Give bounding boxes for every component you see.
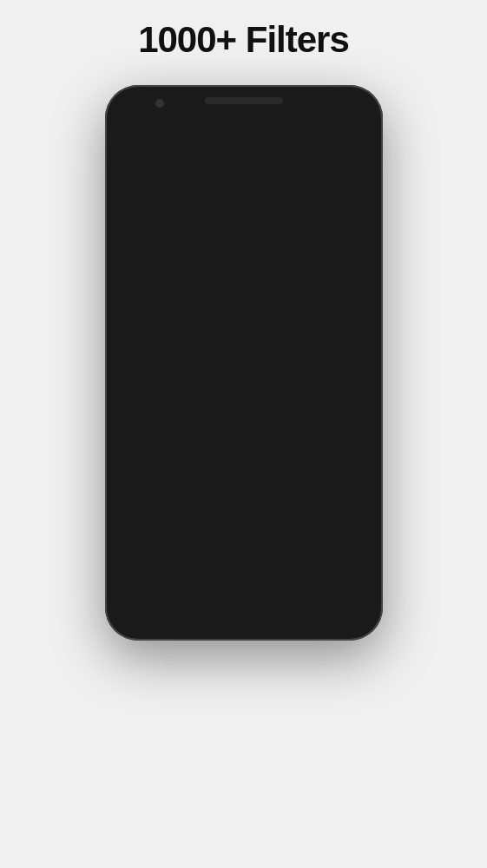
toolbar-item-saturation[interactable]: Saturation — [219, 469, 254, 505]
toolbar-item-highlight[interactable]: Highlight — [290, 469, 323, 505]
shadow-icon — [328, 469, 352, 493]
shadow-label: Shad — [331, 496, 349, 505]
brightness-icon — [119, 469, 143, 493]
filter-story[interactable]: Story — [193, 509, 235, 595]
edit-toolbar: Brightness Contrast — [108, 460, 363, 601]
highlight-label: Highlight — [291, 496, 321, 505]
contrast-icon — [155, 469, 180, 493]
toolbar-item-brightness[interactable]: Brightness — [113, 469, 150, 505]
fade-label: Fade — [263, 496, 281, 505]
filter-sk1-preview — [320, 509, 363, 582]
filter-a1[interactable]: A-1 — [278, 509, 320, 595]
photo-area — [108, 95, 363, 460]
compare-handle[interactable] — [219, 268, 238, 287]
filter-a1-label: A-1 — [278, 582, 320, 595]
filter-bright-label: Bright — [150, 582, 193, 595]
toolbar-item-shadow[interactable]: Shad — [324, 469, 357, 505]
photo-left-sketch — [108, 95, 235, 460]
photo-right-color — [222, 95, 363, 460]
phone-screen: Brightness Contrast — [108, 95, 363, 613]
filter-dark[interactable]: Dark — [235, 509, 278, 595]
filter-story-preview — [193, 509, 235, 582]
warmth-label: Warmth — [188, 496, 214, 505]
filter-a1-preview — [278, 509, 320, 582]
filter-sk1[interactable]: SK-1 — [320, 509, 363, 595]
svg-point-0 — [128, 477, 135, 483]
filter-story-label: Story — [193, 582, 235, 595]
filter-original[interactable]: Original — [108, 509, 150, 595]
filter-bright-preview — [150, 509, 193, 582]
saturation-label: Saturation — [219, 496, 254, 505]
filter-dark-label: Dark — [235, 582, 278, 595]
face-color — [279, 95, 363, 460]
sketch-overlay — [108, 95, 172, 460]
filter-sk1-label: SK-1 — [320, 582, 363, 595]
toolbar-item-fade[interactable]: Fade — [255, 469, 288, 505]
svg-line-5 — [125, 475, 127, 477]
contrast-label: Contrast — [153, 496, 182, 505]
filter-dark-preview — [235, 509, 278, 582]
highlight-icon — [294, 469, 319, 493]
toolbar-icons-row: Brightness Contrast — [108, 469, 363, 509]
brightness-label: Brightness — [113, 496, 150, 505]
page-title: 1000+ Filters — [138, 0, 349, 76]
toolbar-item-warmth[interactable]: Warmth — [185, 469, 218, 505]
filter-original-label: Original — [108, 582, 150, 595]
svg-line-6 — [136, 485, 138, 487]
svg-line-8 — [136, 475, 138, 477]
filter-bright[interactable]: Bright — [150, 509, 193, 595]
toolbar-item-contrast[interactable]: Contrast — [151, 469, 184, 505]
fade-icon — [260, 469, 284, 493]
svg-line-7 — [125, 485, 127, 487]
filter-original-preview — [108, 509, 150, 582]
saturation-icon — [225, 469, 249, 493]
warmth-icon — [189, 469, 214, 493]
filter-row: OriginalBrightStoryDarkA-1SK-1 — [108, 509, 363, 595]
phone-mockup: Brightness Contrast — [96, 76, 392, 649]
